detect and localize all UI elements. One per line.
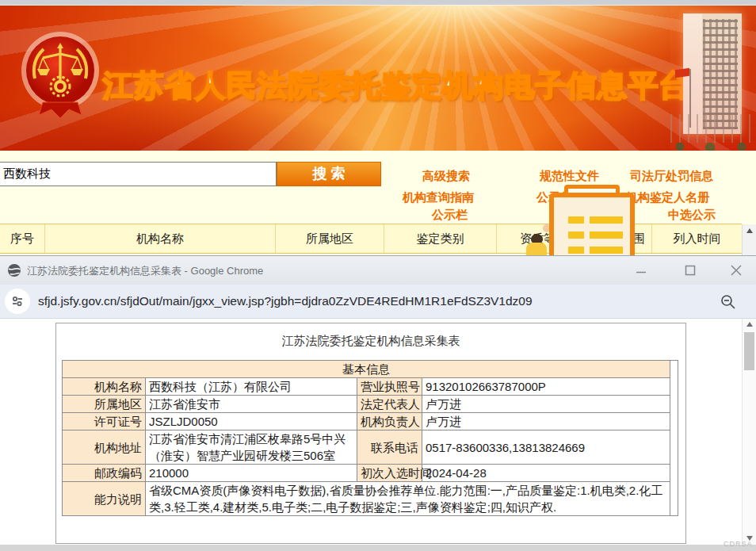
scroll-up-icon[interactable]	[746, 228, 753, 233]
label-phone: 联系电话	[357, 430, 422, 465]
window-top-edge	[0, 0, 756, 6]
mascot-body	[526, 243, 547, 255]
col-seq: 序号	[0, 224, 45, 253]
search-page: 搜 索 高级搜索 规范性文件 司法厅处罚信息 机构查询指南 公示栏 机构鉴定人名…	[0, 151, 756, 262]
popup-content: 江苏法院委托鉴定机构信息采集表 基本信息 机构名称 西数科技（江苏）有限公司 营…	[0, 319, 756, 545]
col-appraisal-category: 鉴定类别	[384, 224, 497, 253]
popup-window-title: 江苏法院委托鉴定机构信息采集表 - Google Chrome	[27, 264, 263, 278]
table-row: 许可证号 JSZLJD0050 机构负责人 卢万进	[63, 413, 678, 430]
table-row: 所属地区 江苏省淮安市 法定代表人 卢万进	[63, 396, 678, 413]
chrome-popup-window: 江苏法院委托鉴定机构信息采集表 - Google Chrome sfjd.jsf…	[0, 255, 756, 551]
screen: 江苏省人民法院委托鉴定机构电子信息平台 搜 索 高级搜索 规范性文件 司法厅处罚…	[0, 0, 756, 551]
url-text[interactable]: sfjd.jsfy.gov.cn/sfjdOut/main/jgxx_view.…	[38, 294, 533, 308]
link-appraiser-roster[interactable]: 机构鉴定人名册	[626, 190, 709, 205]
watermark: CDRSA	[724, 540, 753, 548]
value-institution-head: 卢万进	[422, 413, 670, 430]
info-form: 江苏法院委托鉴定机构信息采集表 基本信息 机构名称 西数科技（江苏）有限公司 营…	[55, 323, 686, 544]
table-row: 机构名称 西数科技（江苏）有限公司 营业执照号 9132010266378700…	[63, 378, 678, 396]
value-postal-code: 210000	[146, 465, 357, 482]
basic-info-table: 基本信息 机构名称 西数科技（江苏）有限公司 营业执照号 91320102663…	[62, 360, 678, 516]
col-region: 所属地区	[276, 224, 384, 253]
value-legal-representative: 卢万进	[422, 396, 670, 413]
label-region: 所属地区	[63, 396, 146, 413]
url-bar[interactable]: sfjd.jsfy.gov.cn/sfjdOut/main/jgxx_view.…	[0, 285, 756, 319]
tune-icon	[10, 294, 25, 308]
table-row: 邮政编码 210000 初次入选时间 2024-04-28	[63, 465, 678, 482]
form-title: 江苏法院委托鉴定机构信息采集表	[56, 334, 685, 349]
popup-titlebar[interactable]: 江苏法院委托鉴定机构信息采集表 - Google Chrome	[0, 255, 756, 285]
court-emblem-icon	[19, 29, 101, 126]
value-business-license: 91320102663787000P	[422, 378, 670, 396]
zoom-out-icon[interactable]	[720, 293, 737, 311]
col-institution-name: 机构名称	[45, 224, 276, 253]
col-listing-date: 列入时间	[652, 224, 742, 253]
minimize-button[interactable]	[628, 259, 654, 281]
section-row: 基本信息	[63, 361, 678, 378]
label-legal-representative: 法定代表人	[357, 396, 422, 413]
value-first-selection-date: 2024-04-28	[422, 465, 670, 482]
table-row: 能力说明 省级CMA资质(声像资料电子数据),省质量协会推荐单位.能力范围:一,…	[63, 482, 678, 516]
label-address: 机构地址	[63, 430, 146, 465]
label-ability: 能力说明	[63, 482, 146, 516]
link-public-notice-board[interactable]: 公示栏	[432, 208, 468, 223]
link-justice-dept-penalties[interactable]: 司法厅处罚信息	[630, 169, 713, 184]
link-institution-query-guide[interactable]: 机构查询指南	[403, 190, 474, 205]
maximize-button[interactable]	[678, 259, 703, 281]
popup-scrollbar[interactable]	[742, 319, 756, 545]
page-scrollbar[interactable]	[742, 224, 756, 255]
table-row: 机构地址 江苏省淮安市清江浦区枚皋路5号中兴（淮安）智慧产业园研发楼三506室 …	[63, 430, 678, 465]
label-postal-code: 邮政编码	[63, 465, 146, 482]
label-business-license: 营业执照号	[357, 378, 422, 396]
value-ability: 省级CMA资质(声像资料电子数据),省质量协会推荐单位.能力范围:一,产品质量鉴…	[146, 482, 670, 516]
label-license-number: 许可证号	[63, 413, 146, 430]
section-header: 基本信息	[63, 361, 670, 378]
window-bottom-edge	[0, 545, 756, 551]
link-selection-announcement[interactable]: 中选公示	[668, 208, 716, 223]
value-region: 江苏省淮安市	[146, 396, 357, 413]
link-normative-documents[interactable]: 规范性文件	[540, 169, 599, 184]
label-institution-name: 机构名称	[63, 378, 146, 396]
search-button[interactable]: 搜 索	[277, 162, 381, 186]
value-institution-name: 西数科技（江苏）有限公司	[146, 378, 357, 396]
globe-icon	[7, 263, 21, 277]
label-first-selection-date: 初次入选时间	[357, 465, 422, 482]
site-banner: 江苏省人民法院委托鉴定机构电子信息平台	[0, 6, 756, 151]
scrollbar-thumb[interactable]	[744, 332, 754, 370]
label-institution-head: 机构负责人	[357, 413, 422, 430]
courthouse-building-image	[670, 6, 756, 151]
site-settings-chip[interactable]	[5, 289, 30, 314]
value-phone: 0517-83600336,13813824669	[422, 430, 670, 465]
site-title: 江苏省人民法院委托鉴定机构电子信息平台	[94, 66, 699, 106]
value-license-number: JSZLJD0050	[146, 413, 357, 430]
value-address: 江苏省淮安市清江浦区枚皋路5号中兴（淮安）智慧产业园研发楼三506室	[146, 430, 357, 465]
close-button[interactable]	[724, 259, 749, 281]
scroll-up-icon[interactable]	[746, 322, 753, 327]
link-advanced-search[interactable]: 高级搜索	[422, 169, 470, 184]
search-input[interactable]	[0, 162, 277, 186]
table-gap-column	[670, 361, 678, 516]
